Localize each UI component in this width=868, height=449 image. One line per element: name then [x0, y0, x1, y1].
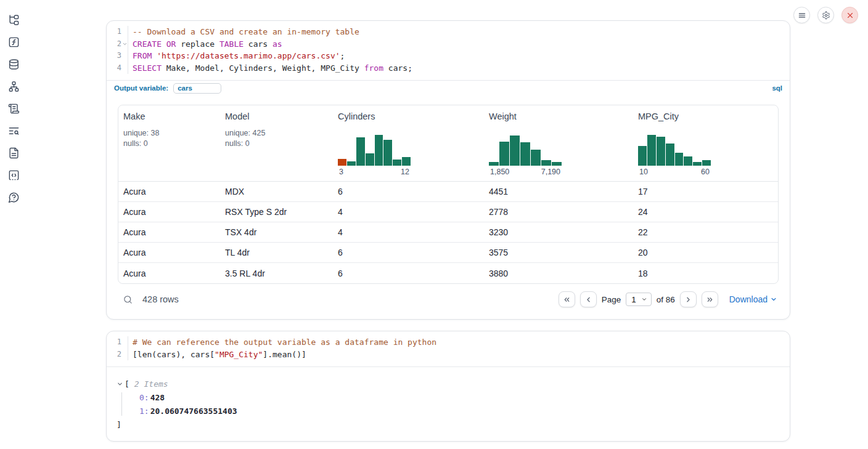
collapse-chevron-icon[interactable]	[117, 381, 123, 387]
table-cell: 6	[333, 269, 484, 278]
column-header-model[interactable]: Modelunique: 425nulls: 0	[220, 105, 333, 181]
download-button[interactable]: Download	[729, 294, 777, 304]
helper-functions-icon[interactable]	[8, 36, 20, 48]
column-name: Model	[225, 111, 328, 121]
histogram-axis-labels: 1060	[638, 168, 711, 176]
list-root-row: [ 2 Items	[117, 377, 780, 390]
settings-button[interactable]	[817, 7, 834, 23]
column-name: Make	[123, 111, 215, 121]
histogram-bar	[702, 160, 711, 166]
column-histogram[interactable]: 312	[338, 134, 411, 176]
code-text: # We can reference the output variable a…	[128, 336, 790, 349]
first-page-button[interactable]	[559, 291, 575, 307]
histogram-bar	[693, 162, 702, 166]
code-line[interactable]: 2CREATE OR replace TABLE cars as	[107, 38, 790, 51]
column-name: MPG_City	[638, 111, 773, 121]
histogram-bar	[510, 136, 520, 166]
language-badge: sql	[772, 84, 782, 92]
datasources-icon[interactable]	[8, 59, 20, 70]
python-code-editor[interactable]: 1# We can reference the output variable …	[107, 331, 790, 366]
column-histogram[interactable]: 1060	[638, 134, 711, 176]
table-footer: 428 rows Page 1 of 86 Download	[118, 288, 779, 310]
dependency-graph-icon[interactable]	[8, 81, 20, 92]
histogram-bar	[666, 144, 674, 166]
histogram-axis-labels: 312	[338, 168, 411, 176]
last-page-button[interactable]	[702, 291, 718, 307]
line-number: 2	[107, 38, 121, 51]
table-cell: 4451	[484, 187, 633, 196]
page-label: Page	[602, 295, 621, 304]
column-header-make[interactable]: Makeunique: 38nulls: 0	[118, 105, 220, 181]
histogram-bar	[366, 153, 374, 166]
column-header-mpg_city[interactable]: MPG_City1060	[633, 105, 778, 181]
fold-chevron-icon[interactable]	[121, 38, 128, 51]
table-cell: 6	[333, 248, 484, 257]
column-header-weight[interactable]: Weight1,8507,190	[484, 105, 633, 181]
table-cell: 18	[633, 269, 778, 278]
code-line[interactable]: 4SELECT Make, Model, Cylinders, Weight, …	[107, 62, 790, 75]
table-header: Makeunique: 38nulls: 0Modelunique: 425nu…	[118, 105, 778, 182]
logs-icon[interactable]	[8, 125, 20, 137]
output-variable-bar: Output variable: sql	[107, 80, 790, 95]
column-name: Weight	[489, 111, 628, 121]
table-body: AcuraMDX6445117AcuraRSX Type S 2dr427782…	[118, 182, 778, 283]
output-variable-input[interactable]	[173, 83, 221, 94]
list-item-index: 0:	[139, 393, 149, 402]
fold-slot	[121, 62, 128, 75]
page-select[interactable]: 1	[626, 293, 652, 306]
code-line[interactable]: 1# We can reference the output variable …	[107, 336, 790, 349]
table-cell: TL 4dr	[220, 248, 333, 257]
line-number: 2	[107, 349, 121, 361]
page-select-value: 1	[631, 295, 636, 304]
select-chevron-icon	[641, 296, 647, 302]
fold-slot	[121, 26, 128, 38]
table-cell: Acura	[118, 227, 220, 237]
output-variable-label: Output variable:	[114, 84, 168, 92]
snippets-icon[interactable]	[8, 169, 20, 181]
table-row[interactable]: AcuraTL 4dr6357520	[118, 243, 778, 263]
results-table: Makeunique: 38nulls: 0Modelunique: 425nu…	[118, 105, 779, 284]
histogram-bar	[499, 142, 509, 166]
column-header-cylinders[interactable]: Cylinders312	[333, 105, 484, 181]
menu-button[interactable]	[793, 7, 810, 23]
next-page-button[interactable]	[680, 291, 697, 307]
table-cell: 3230	[484, 227, 633, 237]
scratchpad-icon[interactable]	[8, 103, 20, 115]
histogram-bar	[520, 142, 530, 166]
help-icon[interactable]	[8, 192, 20, 203]
list-items: 0: 4281: 20.060747663551403	[117, 390, 780, 418]
table-row[interactable]: AcuraTSX 4dr4323022	[118, 222, 778, 243]
histogram-bar	[657, 137, 665, 166]
histogram-bar	[338, 159, 346, 166]
list-item: 1: 20.060747663551403	[117, 404, 780, 418]
table-cell: 22	[633, 227, 778, 237]
code-line[interactable]: 3FROM 'https://datasets.marimo.app/cars.…	[107, 50, 790, 62]
table-row[interactable]: Acura3.5 RL 4dr6388018	[118, 263, 778, 283]
code-text: SELECT Make, Model, Cylinders, Weight, M…	[128, 62, 790, 75]
close-button[interactable]	[841, 7, 858, 23]
table-cell: 6	[333, 187, 484, 196]
notebook: 1-- Download a CSV and create an in-memo…	[106, 20, 790, 442]
table-cell: 3575	[484, 248, 633, 257]
file-explorer-icon[interactable]	[8, 14, 20, 26]
code-text: CREATE OR replace TABLE cars as	[128, 38, 790, 51]
table-row[interactable]: AcuraMDX6445117	[118, 182, 778, 202]
histogram-bar	[375, 135, 383, 166]
header-controls	[793, 7, 858, 23]
list-item: 0: 428	[117, 390, 780, 404]
line-number: 1	[107, 26, 121, 38]
histogram-bars	[638, 134, 711, 166]
column-histogram[interactable]: 1,8507,190	[489, 134, 562, 176]
documentation-icon[interactable]	[8, 147, 20, 159]
code-line[interactable]: 1-- Download a CSV and create an in-memo…	[107, 26, 790, 38]
table-cell: RSX Type S 2dr	[220, 207, 333, 217]
sql-code-editor[interactable]: 1-- Download a CSV and create an in-memo…	[107, 21, 790, 80]
sidebar	[0, 0, 27, 203]
search-icon[interactable]	[123, 294, 133, 305]
table-row[interactable]: AcuraRSX Type S 2dr4277824	[118, 202, 778, 222]
line-number: 1	[107, 336, 121, 349]
prev-page-button[interactable]	[580, 291, 597, 307]
code-line[interactable]: 2[len(cars), cars["MPG_City"].mean()]	[107, 349, 790, 361]
histogram-bar	[356, 137, 365, 166]
list-close-row: ]	[117, 418, 780, 431]
